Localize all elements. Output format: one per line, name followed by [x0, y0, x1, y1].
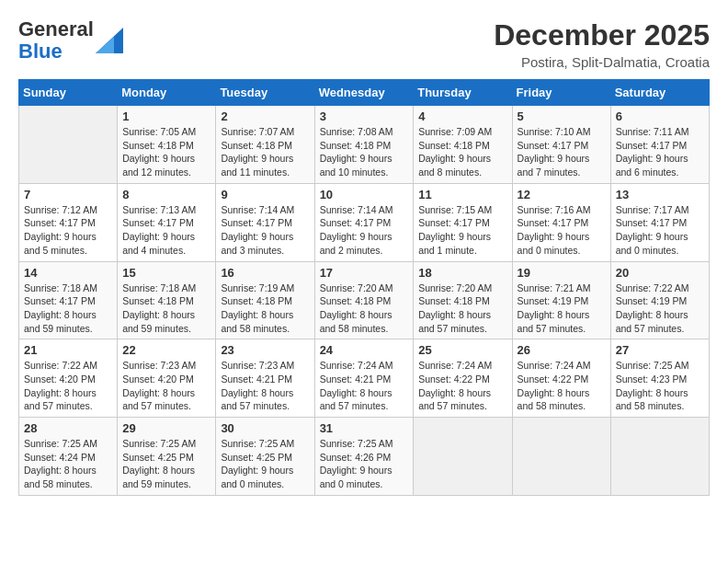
day-number: 2 [221, 109, 309, 123]
day-number: 3 [320, 109, 409, 123]
day-header-tuesday: Tuesday [216, 80, 314, 106]
calendar-cell: 6Sunrise: 7:11 AMSunset: 4:17 PMDaylight… [610, 106, 709, 184]
day-number: 21 [24, 343, 112, 357]
calendar-cell: 11Sunrise: 7:15 AMSunset: 4:17 PMDayligh… [414, 183, 512, 261]
day-number: 23 [221, 343, 309, 357]
day-info: Sunrise: 7:07 AMSunset: 4:18 PMDaylight:… [221, 125, 309, 179]
calendar-cell: 19Sunrise: 7:21 AMSunset: 4:19 PMDayligh… [512, 261, 610, 339]
day-info: Sunrise: 7:14 AMSunset: 4:17 PMDaylight:… [221, 203, 309, 258]
day-info: Sunrise: 7:25 AMSunset: 4:25 PMDaylight:… [122, 437, 210, 491]
day-info: Sunrise: 7:15 AMSunset: 4:17 PMDaylight:… [418, 203, 506, 258]
calendar-cell: 23Sunrise: 7:23 AMSunset: 4:21 PMDayligh… [216, 339, 314, 418]
day-number: 25 [418, 343, 506, 357]
day-number: 14 [24, 266, 112, 280]
calendar-cell: 16Sunrise: 7:19 AMSunset: 4:18 PMDayligh… [216, 261, 314, 339]
day-number: 29 [122, 421, 210, 435]
day-info: Sunrise: 7:24 AMSunset: 4:22 PMDaylight:… [518, 359, 606, 413]
day-header-wednesday: Wednesday [314, 80, 414, 106]
day-info: Sunrise: 7:09 AMSunset: 4:18 PMDaylight:… [418, 125, 506, 179]
calendar-cell: 14Sunrise: 7:18 AMSunset: 4:17 PMDayligh… [19, 261, 118, 339]
calendar-cell [512, 418, 610, 496]
calendar-cell: 28Sunrise: 7:25 AMSunset: 4:24 PMDayligh… [19, 418, 118, 496]
day-number: 19 [518, 266, 606, 280]
day-number: 11 [418, 188, 506, 201]
day-info: Sunrise: 7:05 AMSunset: 4:18 PMDaylight:… [122, 125, 210, 179]
day-header-thursday: Thursday [414, 80, 512, 106]
calendar-cell: 22Sunrise: 7:23 AMSunset: 4:20 PMDayligh… [118, 339, 216, 418]
day-header-monday: Monday [118, 80, 216, 106]
day-info: Sunrise: 7:20 AMSunset: 4:18 PMDaylight:… [418, 282, 506, 336]
day-number: 27 [616, 343, 704, 357]
day-info: Sunrise: 7:13 AMSunset: 4:17 PMDaylight:… [122, 203, 210, 258]
day-number: 4 [418, 109, 506, 123]
day-header-friday: Friday [512, 80, 610, 106]
day-info: Sunrise: 7:10 AMSunset: 4:17 PMDaylight:… [518, 125, 606, 179]
calendar-week-row: 21Sunrise: 7:22 AMSunset: 4:20 PMDayligh… [19, 339, 710, 418]
calendar-cell: 31Sunrise: 7:25 AMSunset: 4:26 PMDayligh… [314, 418, 414, 496]
day-number: 24 [320, 343, 409, 357]
calendar-cell: 26Sunrise: 7:24 AMSunset: 4:22 PMDayligh… [512, 339, 610, 418]
day-info: Sunrise: 7:25 AMSunset: 4:23 PMDaylight:… [616, 359, 704, 413]
day-number: 8 [122, 188, 210, 201]
day-number: 13 [616, 188, 704, 201]
day-info: Sunrise: 7:23 AMSunset: 4:20 PMDaylight:… [122, 359, 210, 413]
day-info: Sunrise: 7:18 AMSunset: 4:18 PMDaylight:… [122, 282, 210, 336]
calendar-cell: 20Sunrise: 7:22 AMSunset: 4:19 PMDayligh… [610, 261, 709, 339]
calendar-cell: 29Sunrise: 7:25 AMSunset: 4:25 PMDayligh… [118, 418, 216, 496]
calendar-cell: 3Sunrise: 7:08 AMSunset: 4:18 PMDaylight… [314, 106, 414, 184]
title-block: December 2025 Postira, Split-Dalmatia, C… [494, 18, 710, 70]
day-number: 10 [320, 188, 409, 201]
calendar-cell: 21Sunrise: 7:22 AMSunset: 4:20 PMDayligh… [19, 339, 118, 418]
day-number: 9 [221, 188, 309, 201]
day-number: 15 [122, 266, 210, 280]
calendar-cell: 18Sunrise: 7:20 AMSunset: 4:18 PMDayligh… [414, 261, 512, 339]
calendar-cell: 15Sunrise: 7:18 AMSunset: 4:18 PMDayligh… [118, 261, 216, 339]
day-info: Sunrise: 7:14 AMSunset: 4:17 PMDaylight:… [320, 203, 409, 258]
calendar-cell [610, 418, 709, 496]
calendar-cell: 1Sunrise: 7:05 AMSunset: 4:18 PMDaylight… [118, 106, 216, 184]
day-info: Sunrise: 7:24 AMSunset: 4:21 PMDaylight:… [320, 359, 409, 413]
day-number: 30 [221, 421, 309, 435]
calendar-week-row: 14Sunrise: 7:18 AMSunset: 4:17 PMDayligh… [19, 261, 710, 339]
calendar-week-row: 28Sunrise: 7:25 AMSunset: 4:24 PMDayligh… [19, 418, 710, 496]
calendar-week-row: 1Sunrise: 7:05 AMSunset: 4:18 PMDaylight… [19, 106, 710, 184]
day-number: 16 [221, 266, 309, 280]
day-info: Sunrise: 7:08 AMSunset: 4:18 PMDaylight:… [320, 125, 409, 179]
day-info: Sunrise: 7:11 AMSunset: 4:17 PMDaylight:… [616, 125, 704, 179]
day-header-saturday: Saturday [610, 80, 709, 106]
day-info: Sunrise: 7:22 AMSunset: 4:20 PMDaylight:… [24, 359, 112, 413]
day-number: 1 [122, 109, 210, 123]
logo: General Blue [18, 18, 123, 63]
day-number: 17 [320, 266, 409, 280]
day-number: 20 [616, 266, 704, 280]
day-header-sunday: Sunday [19, 80, 118, 106]
day-info: Sunrise: 7:23 AMSunset: 4:21 PMDaylight:… [221, 359, 309, 413]
calendar-cell: 2Sunrise: 7:07 AMSunset: 4:18 PMDaylight… [216, 106, 314, 184]
day-info: Sunrise: 7:12 AMSunset: 4:17 PMDaylight:… [24, 203, 112, 258]
day-number: 31 [320, 421, 409, 435]
calendar-cell: 13Sunrise: 7:17 AMSunset: 4:17 PMDayligh… [610, 183, 709, 261]
day-info: Sunrise: 7:19 AMSunset: 4:18 PMDaylight:… [221, 282, 309, 336]
calendar-cell: 10Sunrise: 7:14 AMSunset: 4:17 PMDayligh… [314, 183, 414, 261]
calendar-header-row: SundayMondayTuesdayWednesdayThursdayFrid… [19, 80, 710, 106]
calendar-cell: 12Sunrise: 7:16 AMSunset: 4:17 PMDayligh… [512, 183, 610, 261]
day-number: 5 [518, 109, 606, 123]
calendar-cell: 9Sunrise: 7:14 AMSunset: 4:17 PMDaylight… [216, 183, 314, 261]
day-number: 6 [616, 109, 704, 123]
day-info: Sunrise: 7:25 AMSunset: 4:26 PMDaylight:… [320, 437, 409, 491]
calendar-week-row: 7Sunrise: 7:12 AMSunset: 4:17 PMDaylight… [19, 183, 710, 261]
calendar-cell [19, 106, 118, 184]
calendar-cell: 17Sunrise: 7:20 AMSunset: 4:18 PMDayligh… [314, 261, 414, 339]
calendar-cell: 8Sunrise: 7:13 AMSunset: 4:17 PMDaylight… [118, 183, 216, 261]
day-info: Sunrise: 7:16 AMSunset: 4:17 PMDaylight:… [518, 203, 606, 258]
logo-general: General [18, 17, 94, 40]
month-year-title: December 2025 [494, 18, 710, 52]
day-info: Sunrise: 7:24 AMSunset: 4:22 PMDaylight:… [418, 359, 506, 413]
day-info: Sunrise: 7:21 AMSunset: 4:19 PMDaylight:… [518, 282, 606, 336]
calendar-cell: 27Sunrise: 7:25 AMSunset: 4:23 PMDayligh… [610, 339, 709, 418]
day-info: Sunrise: 7:25 AMSunset: 4:25 PMDaylight:… [221, 437, 309, 491]
day-info: Sunrise: 7:25 AMSunset: 4:24 PMDaylight:… [24, 437, 112, 491]
calendar-cell: 24Sunrise: 7:24 AMSunset: 4:21 PMDayligh… [314, 339, 414, 418]
logo-blue: Blue [18, 40, 63, 63]
day-number: 7 [24, 188, 112, 201]
